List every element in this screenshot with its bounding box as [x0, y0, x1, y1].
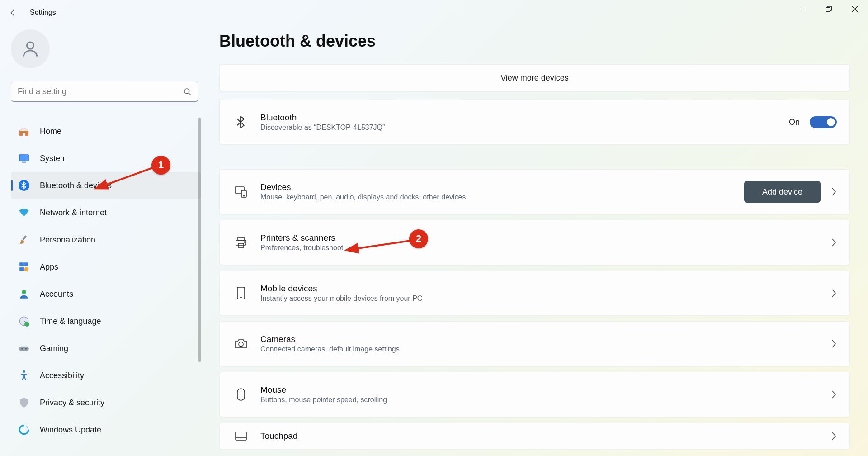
- svg-rect-27: [238, 238, 244, 240]
- devices-sub: Mouse, keyboard, pen, audio, displays an…: [260, 193, 744, 201]
- svg-rect-19: [19, 347, 29, 352]
- bluetooth-glyph-icon: [232, 115, 250, 129]
- svg-point-26: [244, 195, 245, 196]
- shield-icon: [17, 396, 31, 409]
- svg-rect-1: [826, 8, 830, 12]
- view-more-label: View more devices: [500, 73, 569, 83]
- wifi-icon: [17, 206, 31, 219]
- cameras-title: Cameras: [260, 334, 830, 344]
- maximize-icon: [826, 6, 832, 12]
- devices-card[interactable]: Devices Mouse, keyboard, pen, audio, dis…: [219, 169, 850, 214]
- minimize-button[interactable]: [789, 0, 816, 18]
- sidebar-item-label: Home: [40, 127, 61, 136]
- svg-point-4: [27, 42, 33, 49]
- annotation-arrow-2: [348, 234, 416, 257]
- maximize-button[interactable]: [816, 0, 842, 18]
- svg-point-33: [239, 342, 243, 347]
- close-icon: [852, 6, 858, 12]
- update-icon: [17, 423, 31, 437]
- chevron-right-icon: [830, 390, 837, 399]
- printers-scanners-card[interactable]: Printers & scanners Preferences, trouble…: [219, 220, 850, 265]
- cameras-card[interactable]: Cameras Connected cameras, default image…: [219, 321, 850, 366]
- mobile-title: Mobile devices: [260, 284, 830, 294]
- sidebar-item-accessibility[interactable]: Accessibility: [11, 362, 201, 389]
- printers-title: Printers & scanners: [260, 233, 830, 243]
- annotation-arrow-1: [97, 161, 160, 192]
- minimize-icon: [799, 6, 806, 12]
- sidebar-item-personalization[interactable]: Personalization: [11, 226, 201, 253]
- annotation-badge-1: 1: [151, 156, 170, 175]
- svg-rect-31: [237, 287, 245, 299]
- camera-icon: [232, 338, 250, 350]
- chevron-right-icon: [830, 339, 837, 348]
- person-icon: [20, 39, 40, 59]
- svg-point-16: [22, 290, 26, 294]
- title-bar: Settings: [0, 0, 868, 25]
- sidebar-item-network[interactable]: Network & internet: [11, 199, 201, 226]
- svg-rect-15: [24, 267, 29, 272]
- accounts-icon: [17, 287, 31, 301]
- clock-globe-icon: [17, 314, 31, 328]
- svg-rect-11: [22, 235, 27, 240]
- svg-point-30: [244, 242, 245, 242]
- sidebar-item-label: Accessibility: [40, 371, 84, 380]
- close-button[interactable]: [842, 0, 868, 18]
- mobile-devices-card[interactable]: Mobile devices Instantly access your mob…: [219, 271, 850, 316]
- chevron-right-icon: [830, 289, 837, 298]
- sidebar-item-home[interactable]: Home: [11, 118, 201, 145]
- svg-line-40: [355, 241, 410, 249]
- chevron-right-icon: [830, 432, 837, 441]
- svg-point-22: [23, 370, 25, 373]
- search-icon: [183, 87, 192, 96]
- touchpad-icon: [232, 431, 250, 441]
- sidebar-item-label: Apps: [40, 262, 58, 272]
- sidebar-item-time-language[interactable]: Time & language: [11, 308, 201, 335]
- svg-line-39: [104, 167, 154, 185]
- add-device-button[interactable]: Add device: [744, 181, 821, 203]
- sidebar-item-label: Privacy & security: [40, 398, 104, 408]
- chevron-right-icon: [830, 238, 837, 247]
- window-controls: [789, 0, 868, 18]
- printer-icon: [232, 236, 250, 249]
- mouse-sub: Buttons, mouse pointer speed, scrolling: [260, 396, 830, 404]
- svg-point-5: [184, 89, 189, 94]
- svg-rect-13: [24, 262, 28, 266]
- sidebar-item-label: Network & internet: [40, 208, 107, 218]
- devices-icon: [232, 185, 250, 199]
- sidebar-item-label: System: [40, 154, 67, 163]
- back-button[interactable]: [0, 0, 25, 25]
- paintbrush-icon: [17, 233, 31, 247]
- user-avatar[interactable]: [11, 29, 50, 68]
- sidebar-item-windows-update[interactable]: Windows Update: [11, 416, 201, 443]
- mouse-title: Mouse: [260, 385, 830, 395]
- cameras-sub: Connected cameras, default image setting…: [260, 345, 830, 353]
- svg-rect-14: [19, 267, 24, 271]
- chevron-right-icon: [830, 187, 837, 196]
- sidebar-item-accounts[interactable]: Accounts: [11, 280, 201, 308]
- gamepad-icon: [17, 342, 31, 355]
- svg-rect-8: [20, 155, 28, 161]
- view-more-devices-link[interactable]: View more devices: [219, 64, 850, 91]
- touchpad-card[interactable]: Touchpad: [219, 423, 850, 450]
- svg-point-21: [25, 348, 27, 349]
- sidebar-item-gaming[interactable]: Gaming: [11, 335, 201, 362]
- sidebar-item-privacy-security[interactable]: Privacy & security: [11, 389, 201, 416]
- sidebar-item-label: Personalization: [40, 235, 95, 245]
- main-content: Bluetooth & devices View more devices Bl…: [219, 32, 850, 456]
- svg-line-6: [189, 93, 191, 95]
- sidebar-scrollbar[interactable]: [198, 118, 201, 362]
- search-input[interactable]: [11, 82, 198, 102]
- mouse-card[interactable]: Mouse Buttons, mouse pointer speed, scro…: [219, 372, 850, 417]
- bluetooth-title: Bluetooth: [260, 113, 789, 123]
- apps-icon: [17, 260, 31, 274]
- sidebar-item-label: Time & language: [40, 317, 101, 326]
- bluetooth-card-body: Bluetooth Discoverable as “DESKTOP-4L537…: [260, 113, 789, 132]
- mobile-sub: Instantly access your mobile devices fro…: [260, 294, 830, 303]
- bluetooth-toggle[interactable]: [810, 116, 837, 128]
- sidebar-item-label: Gaming: [40, 344, 68, 353]
- bluetooth-card: Bluetooth Discoverable as “DESKTOP-4L537…: [219, 100, 850, 145]
- svg-point-18: [24, 322, 29, 327]
- sidebar-item-label: Accounts: [40, 290, 73, 299]
- sidebar-item-apps[interactable]: Apps: [11, 253, 201, 280]
- page-title: Bluetooth & devices: [219, 32, 850, 51]
